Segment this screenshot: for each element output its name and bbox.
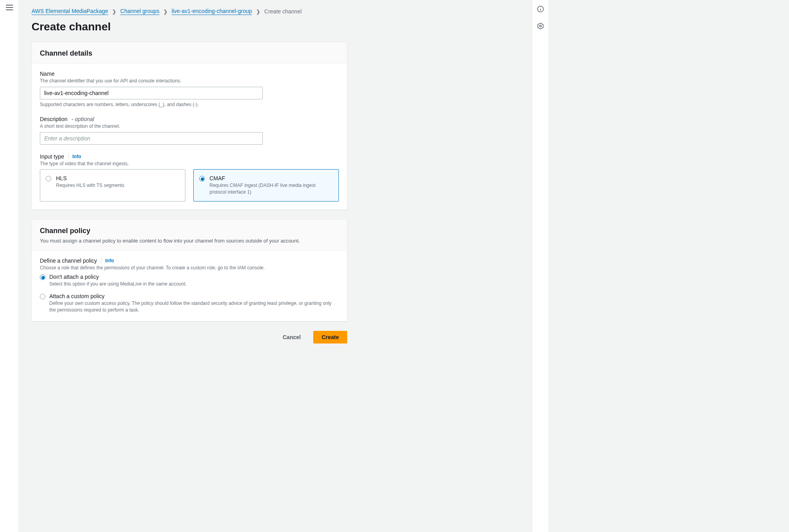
svg-point-4	[539, 25, 541, 27]
name-input[interactable]	[40, 87, 263, 99]
channel-details-header: Channel details	[32, 42, 347, 63]
input-type-hls-desc: Requires HLS with TS segments	[56, 182, 179, 189]
radio-icon	[199, 176, 205, 181]
breadcrumb-current: Create channel	[264, 8, 302, 15]
define-policy-field: Define a channel policy Info Choose a ro…	[40, 258, 339, 313]
description-label: Description	[40, 116, 67, 122]
define-policy-label: Define a channel policy	[40, 258, 97, 264]
radio-icon	[46, 176, 51, 181]
input-type-info-link[interactable]: Info	[68, 154, 81, 159]
input-type-hls-title: HLS	[56, 175, 179, 181]
form-actions: Cancel Create	[32, 331, 347, 343]
radio-icon	[40, 274, 45, 280]
left-rail	[0, 0, 19, 532]
policy-option-custom[interactable]: Attach a custom policy Define your own c…	[40, 293, 339, 314]
channel-policy-header: Channel policy You must assign a channel…	[32, 220, 347, 250]
description-hint: A short text description of the channel.	[40, 123, 339, 130]
name-hint: The channel identifier that you use for …	[40, 78, 339, 84]
cancel-button[interactable]: Cancel	[275, 331, 308, 343]
breadcrumb-channel-groups[interactable]: Channel groups	[120, 8, 159, 15]
chevron-right-icon: ❯	[112, 9, 116, 15]
channel-policy-heading: Channel policy	[40, 227, 339, 235]
policy-option-none-desc: Select this option if you are using Medi…	[49, 281, 187, 287]
breadcrumb-channel-group[interactable]: live-av1-encoding-channel-group	[172, 8, 252, 15]
channel-policy-panel: Channel policy You must assign a channel…	[32, 219, 347, 321]
input-type-hls-tile[interactable]: HLS Requires HLS with TS segments	[40, 169, 185, 202]
description-optional: - optional	[71, 116, 94, 122]
chevron-right-icon: ❯	[163, 9, 168, 15]
policy-option-custom-title: Attach a custom policy	[49, 293, 339, 299]
input-type-hint: The type of video that the channel inges…	[40, 161, 339, 167]
menu-toggle-icon[interactable]	[6, 5, 13, 10]
name-constraint: Supported characters are numbers, letter…	[40, 102, 339, 107]
policy-option-custom-desc: Define your own custom access policy. Th…	[49, 300, 339, 314]
input-type-cmaf-title: CMAF	[209, 175, 332, 181]
input-type-cmaf-desc: Requires CMAF ingest (DASH-IF live media…	[209, 182, 332, 196]
page-title: Create channel	[32, 21, 519, 33]
breadcrumb-service[interactable]: AWS Elemental MediaPackage	[32, 8, 108, 15]
radio-icon	[40, 294, 45, 299]
create-button[interactable]: Create	[313, 331, 347, 343]
channel-details-panel: Channel details Name The channel identif…	[32, 42, 347, 210]
define-policy-info-link[interactable]: Info	[101, 258, 114, 263]
channel-policy-subtitle: You must assign a channel policy to enab…	[40, 237, 339, 245]
right-rail	[532, 0, 548, 532]
breadcrumb: AWS Elemental MediaPackage ❯ Channel gro…	[32, 8, 519, 15]
chevron-right-icon: ❯	[256, 9, 260, 15]
settings-hex-icon[interactable]	[537, 22, 544, 31]
main-content: AWS Elemental MediaPackage ❯ Channel gro…	[19, 0, 532, 532]
description-input[interactable]	[40, 132, 263, 145]
input-type-cmaf-tile[interactable]: CMAF Requires CMAF ingest (DASH-IF live …	[193, 169, 339, 202]
policy-option-none[interactable]: Don't attach a policy Select this option…	[40, 274, 339, 287]
description-field: Description - optional A short text desc…	[40, 116, 339, 145]
svg-marker-3	[538, 23, 543, 29]
define-policy-hint: Choose a role that defines the permissio…	[40, 265, 339, 271]
channel-details-heading: Channel details	[40, 49, 339, 58]
name-field: Name The channel identifier that you use…	[40, 71, 339, 107]
policy-option-none-title: Don't attach a policy	[49, 274, 187, 280]
info-icon[interactable]	[537, 6, 544, 14]
input-type-field: Input type Info The type of video that t…	[40, 153, 339, 202]
svg-point-2	[540, 7, 540, 8]
name-label: Name	[40, 71, 339, 77]
input-type-label: Input type	[40, 153, 64, 160]
